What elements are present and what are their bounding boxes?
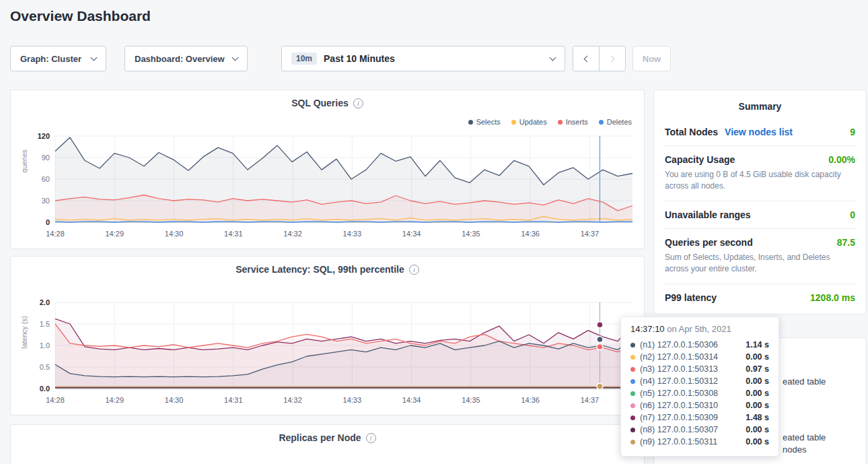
sql-queries-chart[interactable]: 030609012014:2814:2914:3014:3114:3214:33… [13,129,643,244]
svg-text:14:34: 14:34 [402,396,421,404]
chart-header: SQL Queries i [11,98,644,108]
tooltip-node-value: 0.00 s [746,425,769,434]
overview-dashboard-page: Overview Dashboard Graph: Cluster Dashbo… [0,0,868,464]
svg-text:90: 90 [42,154,50,162]
info-icon[interactable]: i [366,433,376,443]
chart-legend: SelectsUpdatesInsertsDeletes [468,118,632,126]
summary-row: P99 latency1208.0 ms [665,284,855,311]
tooltip-node-label: (n1) 127.0.0.1:50306 [640,340,718,350]
chart-hover-tooltip: 14:37:10 on Apr 5th, 2021 (n1) 127.0.0.1… [620,317,779,457]
svg-text:60: 60 [42,175,50,183]
summary-description: Sum of Selects, Updates, Inserts, and De… [665,252,855,275]
svg-text:1.0: 1.0 [40,341,50,350]
summary-value: 0.00% [828,154,855,165]
summary-label: P99 latency [665,292,717,303]
svg-text:14:30: 14:30 [165,396,184,404]
tooltip-timestamp: 14:37:10 on Apr 5th, 2021 [630,324,769,334]
tooltip-node-row: (n4) 127.0.0.1:503120.00 s [630,375,769,387]
time-range-label: Past 10 Minutes [324,53,395,64]
chart-title: SQL Queries [291,98,349,108]
svg-text:0.5: 0.5 [40,363,50,371]
summary-label: Total Nodes [665,127,718,137]
tooltip-node-label: (n7) 127.0.0.1:50309 [640,413,718,422]
chart-header: Replicas per Node i [11,432,644,443]
svg-text:14:33: 14:33 [343,396,362,404]
tooltip-node-value: 0.00 s [746,376,769,386]
service-latency-chart[interactable]: 0.00.51.01.52.014:2814:2914:3014:3114:32… [13,296,643,410]
info-icon[interactable]: i [409,265,419,275]
node-color-dot [630,428,635,432]
legend-dot [599,120,604,125]
tooltip-node-value: 1.14 s [746,340,769,350]
legend-label: Updates [519,118,547,126]
chevron-down-icon [550,55,556,61]
tooltip-node-value: 0.00 s [746,352,769,362]
node-color-dot [630,343,635,347]
node-color-dot [630,355,635,360]
legend-item[interactable]: Selects [468,118,501,126]
tooltip-node-label: (n6) 127.0.0.1:50310 [640,401,718,410]
svg-text:14:28: 14:28 [46,396,65,404]
event-text-fragment: eated table [783,376,826,387]
svg-text:30: 30 [42,197,50,205]
tooltip-node-value: 0.00 s [746,389,769,398]
summary-row: Capacity Usage0.00%You are using 0 B of … [665,146,855,201]
time-range-dropdown[interactable]: 10m Past 10 Minutes [281,46,565,71]
svg-text:120: 120 [38,132,50,140]
chart-title: Replicas per Node [279,432,361,443]
svg-text:14:29: 14:29 [106,230,124,238]
summary-rows: Total NodesView nodes list9Capacity Usag… [654,119,866,314]
tooltip-node-row: (n2) 127.0.0.1:503140.00 s [630,351,769,363]
tooltip-node-value: 0.00 s [746,437,769,446]
tooltip-rows: (n1) 127.0.0.1:503061.14 s(n2) 127.0.0.1… [630,339,769,448]
svg-text:14:30: 14:30 [165,230,184,238]
time-prev-button[interactable] [573,46,600,71]
svg-text:1.5: 1.5 [40,320,50,328]
summary-row: Total NodesView nodes list9 [665,119,855,146]
svg-text:2.0: 2.0 [40,298,50,306]
legend-label: Inserts [566,118,588,126]
tooltip-node-label: (n4) 127.0.0.1:50312 [640,376,718,386]
node-color-dot [630,391,635,396]
event-text-fragment: eated table [783,432,826,442]
legend-item[interactable]: Inserts [558,118,588,126]
svg-text:14:29: 14:29 [106,396,124,404]
svg-text:14:28: 14:28 [46,230,65,238]
tooltip-node-value: 0.00 s [746,401,769,410]
svg-text:14:37: 14:37 [581,230,600,238]
tooltip-node-value: 0.97 s [746,364,769,374]
info-icon[interactable]: i [353,98,363,108]
tooltip-node-label: (n2) 127.0.0.1:50314 [640,352,718,362]
summary-value: 9 [850,127,855,137]
legend-dot [558,120,563,125]
legend-item[interactable]: Updates [511,118,547,126]
svg-text:0: 0 [46,218,50,226]
summary-row: Unavailable ranges0 [665,201,855,229]
view-nodes-list-link[interactable]: View nodes list [725,127,793,137]
chevron-left-icon [584,55,591,62]
tooltip-node-row: (n3) 127.0.0.1:503130.97 s [630,363,769,375]
legend-item[interactable]: Deletes [599,118,632,126]
time-range-badge: 10m [291,53,317,65]
summary-description: You are using 0 B of 4.5 GiB usable disk… [665,169,855,193]
tooltip-node-label: (n3) 127.0.0.1:50313 [640,364,718,374]
graph-dropdown[interactable]: Graph: Cluster [10,46,106,71]
chevron-right-icon [608,55,615,62]
dashboard-dropdown-label: Dashboard: Overview [135,54,225,64]
chart-header: Service Latency: SQL, 99th percentile i [11,264,644,275]
svg-text:14:33: 14:33 [343,230,362,238]
time-now-button[interactable]: Now [632,46,671,71]
summary-value: 1208.0 ms [810,292,855,303]
svg-text:14:31: 14:31 [224,230,243,238]
graph-dropdown-label: Graph: Cluster [20,54,81,64]
summary-label: Unavailable ranges [665,209,751,220]
time-next-button[interactable] [599,46,626,71]
svg-text:14:37: 14:37 [581,396,600,404]
node-color-dot [630,440,635,444]
dashboard-dropdown[interactable]: Dashboard: Overview [124,46,248,71]
tooltip-node-label: (n9) 127.0.0.1:50311 [640,437,717,446]
replicas-per-node-chart-card: Replicas per Node i [10,424,645,464]
svg-text:14:32: 14:32 [283,230,302,238]
legend-dot [468,120,473,125]
chevron-down-icon [91,55,98,61]
